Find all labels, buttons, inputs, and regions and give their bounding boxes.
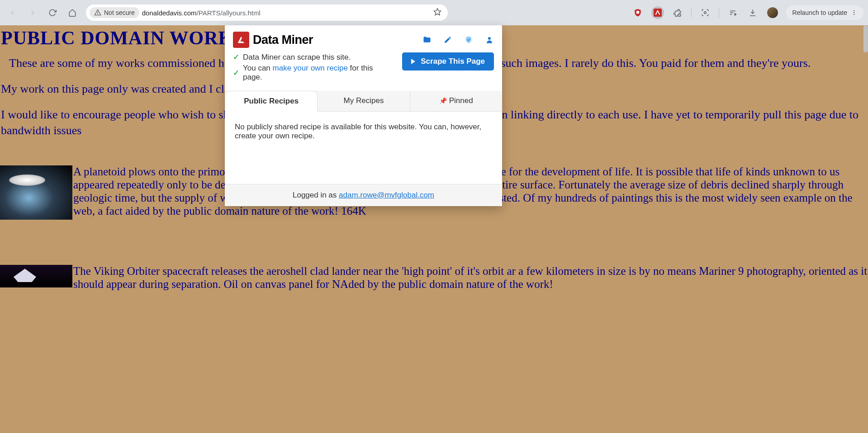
popup-title: Data Miner <box>253 33 313 47</box>
check-icon: ✓ <box>233 68 239 78</box>
relaunch-button[interactable]: Relaunch to update <box>786 5 863 20</box>
media-control-icon[interactable] <box>726 6 739 19</box>
divider <box>691 7 692 18</box>
security-indicator[interactable]: Not secure <box>90 7 139 18</box>
make-recipe-link[interactable]: make your own recipe <box>273 64 348 72</box>
relaunch-label: Relaunch to update <box>792 9 847 16</box>
dataminer-popup: Data Miner ✓ Data Miner can scrape this … <box>225 25 502 206</box>
pin-icon: 📌 <box>439 97 447 104</box>
popup-status-row: ✓ Data Miner can scrape this site. ✓ You… <box>225 48 502 86</box>
svg-marker-2 <box>434 9 441 15</box>
bookmark-star-icon[interactable] <box>433 8 441 18</box>
status-line-2: ✓ You can make your own recipe for this … <box>233 64 393 82</box>
folder-icon[interactable] <box>422 35 432 44</box>
item-2-description: The Viking Orbiter spacecraft releases t… <box>72 265 868 291</box>
popup-tabs: Public Recipes My Recipes 📌 Pinned <box>225 91 502 112</box>
reload-button[interactable] <box>44 5 61 21</box>
profile-avatar[interactable] <box>766 6 779 19</box>
thumbnail-image-1[interactable] <box>0 165 72 220</box>
svg-point-13 <box>488 37 491 40</box>
gallery-item-2: The Viking Orbiter spacecraft releases t… <box>0 265 868 291</box>
scrape-btn-label: Scrape This Page <box>421 57 485 66</box>
dataminer-logo-icon <box>233 32 249 48</box>
play-icon <box>411 59 415 64</box>
extension-group: Relaunch to update <box>631 5 863 20</box>
home-button[interactable] <box>64 5 81 21</box>
tab-my-recipes[interactable]: My Recipes <box>318 91 410 111</box>
popup-header: Data Miner <box>225 25 502 48</box>
edit-icon[interactable] <box>443 35 452 44</box>
popup-header-icons <box>422 35 494 44</box>
check-icon: ✓ <box>233 52 239 62</box>
thumbnail-image-2[interactable] <box>0 265 72 287</box>
svg-point-11 <box>854 12 854 13</box>
not-secure-label: Not secure <box>104 9 135 16</box>
status-lines: ✓ Data Miner can scrape this site. ✓ You… <box>233 52 393 84</box>
ublock-icon[interactable] <box>631 6 644 19</box>
lens-icon[interactable] <box>699 6 711 19</box>
browser-toolbar: Not secure donaldedavis.com/PARTS/allyou… <box>0 0 868 25</box>
popup-footer: Logged in as adam.rowe@mvfglobal.com <box>225 184 502 206</box>
shield-icon[interactable] <box>464 35 473 44</box>
logged-in-email-link[interactable]: adam.rowe@mvfglobal.com <box>339 191 434 199</box>
svg-point-1 <box>98 14 98 14</box>
status-2-text: You can make your own recipe for this pa… <box>243 64 393 82</box>
dataminer-ext-icon[interactable] <box>651 6 664 19</box>
svg-point-12 <box>854 14 854 15</box>
svg-point-5 <box>704 12 706 14</box>
back-button[interactable] <box>5 5 21 21</box>
extensions-icon[interactable] <box>671 6 684 19</box>
forward-button[interactable] <box>24 5 41 21</box>
address-bar[interactable]: Not secure donaldedavis.com/PARTS/allyou… <box>86 5 448 21</box>
footer-pre: Logged in as <box>293 191 339 199</box>
status-1-text: Data Miner can scrape this site. <box>243 53 351 62</box>
user-icon[interactable] <box>485 35 494 44</box>
status-line-1: ✓ Data Miner can scrape this site. <box>233 52 393 62</box>
svg-point-3 <box>636 11 639 14</box>
scrollbar-thumb[interactable] <box>863 25 868 52</box>
svg-point-10 <box>854 10 854 11</box>
divider <box>719 7 719 18</box>
scrape-page-button[interactable]: Scrape This Page <box>402 52 494 71</box>
tab-body: No publicly shared recipe is available f… <box>225 112 502 184</box>
tab-pinned[interactable]: 📌 Pinned <box>410 91 502 111</box>
svg-marker-9 <box>735 14 736 16</box>
downloads-icon[interactable] <box>746 6 759 19</box>
tab-public-recipes[interactable]: Public Recipes <box>225 91 318 112</box>
tab-pinned-label: Pinned <box>449 96 473 105</box>
url-text: donaldedavis.com/PARTS/allyours.html <box>142 9 431 17</box>
